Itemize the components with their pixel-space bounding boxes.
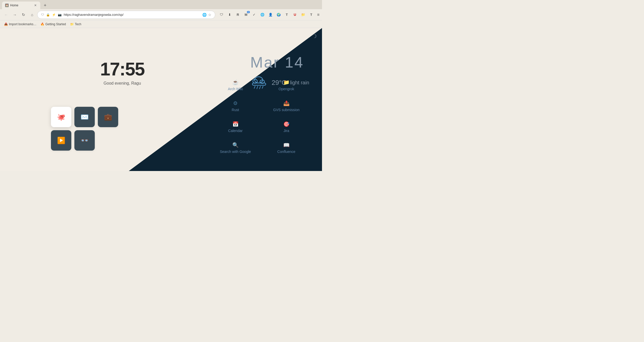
back-button[interactable]: ←: [3, 11, 10, 18]
quick-link-jira[interactable]: 🎯 Jira: [261, 116, 312, 137]
privacy-ext-button[interactable]: 🛡: [218, 11, 225, 18]
tech-label: Tech: [75, 22, 81, 26]
camera-icon: 📷: [58, 13, 62, 17]
import-label: Import bookmarks…: [9, 22, 36, 26]
security-icon: 🛡: [41, 13, 44, 17]
ublock-button[interactable]: U: [292, 11, 298, 18]
tab-bar: 🏠 Home ✕ +: [0, 0, 322, 9]
bookmark-button[interactable]: ☆: [208, 13, 211, 17]
clock-display: 17:55: [71, 59, 173, 80]
tab-title: Home: [10, 4, 32, 7]
date-display: Mar 14: [250, 54, 309, 71]
address-actions: 🌐 ☆: [202, 13, 211, 17]
email-icon: ✉️: [81, 113, 89, 121]
quick-link-confluence[interactable]: 📖 Confluence: [261, 137, 312, 158]
quick-link-opengrok[interactable]: 📁 Opengrok: [261, 75, 312, 96]
new-tab-button[interactable]: +: [41, 2, 49, 9]
gvs-label: GVS submission: [266, 108, 307, 112]
glasses-icon: 👓: [81, 137, 89, 144]
rust-label: Rust: [215, 108, 256, 112]
getting-started-label: Getting Started: [45, 22, 66, 26]
quick-link-arch-wiki[interactable]: ☕ Arch Wiki: [210, 75, 261, 96]
download-ext-button[interactable]: ⬇: [226, 11, 233, 18]
bookmark-getting-started[interactable]: 🔥 Getting Started: [39, 22, 67, 27]
bookmark-import[interactable]: 📥 Import bookmarks…: [3, 22, 37, 27]
ext2-button[interactable]: 🌐: [259, 11, 266, 18]
calendar-label: Calendar: [215, 129, 256, 133]
ext3-button[interactable]: 👤: [267, 11, 274, 18]
quick-link-youtube[interactable]: ▶️: [51, 130, 71, 151]
ext1-button[interactable]: ✓: [251, 11, 258, 18]
page-content: ☽ 17:55 Good evening, Ragu Mar 14: [0, 28, 322, 171]
browser-menu-button[interactable]: ≡: [317, 12, 319, 17]
quick-link-linkedin[interactable]: 💼: [98, 107, 118, 127]
quick-link-glasses[interactable]: 👓: [74, 130, 95, 151]
quick-link-email[interactable]: ✉️: [74, 107, 95, 127]
firefox-icon: 🔥: [41, 22, 44, 26]
nav-bar: ← → ↻ ⌂ 🛡 🔒 ⚡ 📷 https://raghavendramanje…: [0, 9, 322, 20]
toolbar-extensions: 🛡 ⬇ R M 2 ✓ 🌐 👤 🌍 T U 📁 T ≡: [218, 11, 319, 18]
tab-close-button[interactable]: ✕: [34, 3, 37, 8]
translate-page-button[interactable]: 🌐: [202, 13, 207, 17]
youtube-icon: ▶️: [57, 137, 65, 144]
ext5-button[interactable]: 📁: [300, 11, 306, 18]
rust-icon: ⚙: [215, 100, 256, 106]
linkedin-icon: 💼: [104, 113, 112, 121]
bookmark-tech[interactable]: 📁 Tech: [69, 22, 82, 27]
address-bar[interactable]: 🛡 🔒 ⚡ 📷 https://raghavendramanjegowda.co…: [37, 11, 215, 19]
search-google-label: Search with Google: [215, 150, 256, 154]
bookmarks-bar: 📥 Import bookmarks… 🔥 Getting Started 📁 …: [0, 20, 322, 28]
lock-icon: 🔒: [46, 13, 50, 17]
browser-chrome: 🏠 Home ✕ + ← → ↻ ⌂ 🛡 🔒 ⚡ 📷 https://ragha…: [0, 0, 322, 171]
tracking-icon: ⚡: [52, 13, 56, 17]
tabliss-button[interactable]: T: [308, 11, 315, 18]
multi-ext-badge: 2: [247, 11, 250, 13]
github-icon: 🐙: [57, 113, 65, 121]
reddit-ext-button[interactable]: R: [235, 11, 241, 18]
gvs-icon: 📤: [266, 100, 307, 106]
opengrok-label: Opengrok: [266, 87, 307, 91]
dark-mode-toggle[interactable]: ☽: [312, 33, 317, 39]
ext4-button[interactable]: 🌍: [275, 11, 282, 18]
arch-wiki-label: Arch Wiki: [215, 87, 256, 91]
confluence-icon: 📖: [266, 142, 307, 148]
folder-icon: 📁: [70, 22, 74, 26]
forward-button[interactable]: →: [11, 11, 18, 18]
search-google-icon: 🔍: [215, 142, 256, 148]
opengrok-icon: 📁: [266, 79, 307, 85]
translate-ext-button[interactable]: T: [284, 11, 290, 18]
quick-links-dark: ☕ Arch Wiki 📁 Opengrok ⚙ Rust 📤 GVS subm…: [210, 75, 312, 158]
jira-icon: 🎯: [266, 121, 307, 127]
clock-section: 17:55 Good evening, Ragu: [71, 59, 173, 86]
active-tab[interactable]: 🏠 Home ✕: [2, 2, 40, 9]
tab-favicon: 🏠: [5, 4, 9, 7]
import-icon: 📥: [4, 22, 8, 26]
quick-links-light: 🐙 ✉️ 💼 ▶️ 👓: [51, 107, 118, 151]
jira-label: Jira: [266, 129, 307, 133]
reload-button[interactable]: ↻: [20, 11, 27, 18]
arch-wiki-icon: ☕: [215, 79, 256, 85]
quick-link-calendar[interactable]: 📅 Calendar: [210, 116, 261, 137]
calendar-icon: 📅: [215, 121, 256, 127]
quick-link-gvs[interactable]: 📤 GVS submission: [261, 96, 312, 116]
home-button[interactable]: ⌂: [29, 11, 36, 18]
multi-ext-button[interactable]: M 2: [243, 11, 249, 18]
quick-link-github[interactable]: 🐙: [51, 107, 71, 127]
greeting-text: Good evening, Ragu: [71, 81, 173, 86]
quick-link-rust[interactable]: ⚙ Rust: [210, 96, 261, 116]
quick-link-search-google[interactable]: 🔍 Search with Google: [210, 137, 261, 158]
url-text: https://raghavendramanjegowda.com/sp/: [64, 13, 200, 17]
confluence-label: Confluence: [266, 150, 307, 154]
